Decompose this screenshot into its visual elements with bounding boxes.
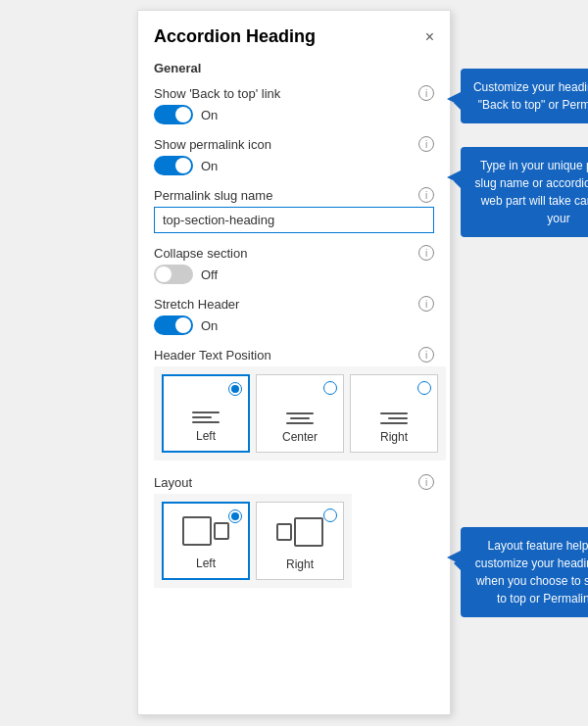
back-to-top-field-row: Show 'Back to top' link i — [154, 85, 434, 101]
layout-option-right[interactable]: Right — [256, 502, 344, 580]
layout-label: Layout — [154, 475, 418, 490]
stretch-header-toggle[interactable] — [154, 315, 193, 335]
layout-option-left[interactable]: Left — [162, 502, 250, 580]
header-text-position-field-row: Header Text Position i — [154, 347, 434, 363]
stretch-header-info-icon[interactable]: i — [418, 296, 434, 312]
layout-grid: Left Right — [154, 494, 352, 588]
collapse-section-toggle[interactable] — [154, 265, 193, 284]
stretch-header-label: Stretch Header — [154, 297, 418, 312]
permalink-icon-toggle[interactable] — [154, 156, 193, 175]
panel-header: Accordion Heading × — [154, 26, 434, 47]
permalink-slug-info-icon[interactable]: i — [418, 187, 434, 203]
header-text-position-label: Header Text Position — [154, 348, 418, 363]
position-option-right[interactable]: Right — [350, 374, 438, 453]
back-to-top-toggle-label: On — [201, 108, 218, 122]
position-label-left: Left — [196, 429, 216, 443]
position-label-center: Center — [282, 430, 318, 444]
lines-left-icon — [192, 411, 220, 423]
position-option-center[interactable]: Center — [256, 374, 344, 453]
tooltip-layout: Layout feature helps you to customize yo… — [461, 527, 588, 617]
stretch-header-toggle-label: On — [201, 318, 218, 333]
back-to-top-toggle-row: On — [154, 105, 434, 124]
permalink-icon-toggle-row: On — [154, 156, 434, 175]
collapse-section-info-icon[interactable]: i — [418, 245, 434, 261]
position-option-left[interactable]: Left — [162, 374, 250, 453]
svg-rect-0 — [183, 517, 211, 545]
accordion-heading-panel: Accordion Heading × General Show 'Back t… — [137, 10, 451, 715]
permalink-slug-field-row: Permalink slug name i — [154, 187, 434, 203]
tooltip-permalink-slug: Type in your unique permalink slug name … — [461, 147, 588, 237]
back-to-top-toggle[interactable] — [154, 105, 193, 124]
layout-info-icon[interactable]: i — [418, 474, 434, 490]
general-section-label: General — [154, 61, 434, 75]
layout-left-icon — [181, 515, 230, 551]
collapse-section-field-row: Collapse section i — [154, 245, 434, 261]
layout-label-left: Left — [196, 557, 216, 570]
permalink-icon-info-icon[interactable]: i — [418, 136, 434, 152]
lines-center-icon — [286, 412, 314, 424]
panel-title: Accordion Heading — [154, 26, 316, 47]
svg-marker-5 — [447, 170, 461, 184]
position-radio-right — [417, 381, 431, 395]
svg-marker-6 — [447, 551, 461, 564]
collapse-section-label: Collapse section — [154, 246, 418, 261]
layout-radio-right — [323, 508, 337, 522]
svg-rect-1 — [215, 523, 228, 539]
permalink-icon-label: Show permalink icon — [154, 137, 418, 152]
position-grid: Left Center Right — [154, 366, 446, 460]
header-text-position-info-icon[interactable]: i — [418, 347, 434, 363]
position-radio-left — [228, 382, 242, 396]
svg-rect-2 — [277, 524, 291, 540]
layout-label-right: Right — [286, 557, 314, 571]
position-radio-center — [323, 381, 337, 395]
permalink-icon-field-row: Show permalink icon i — [154, 136, 434, 152]
permalink-slug-label: Permalink slug name — [154, 188, 418, 203]
position-label-right: Right — [380, 430, 408, 444]
lines-right-icon — [380, 412, 408, 424]
svg-marker-4 — [447, 92, 461, 106]
stretch-header-field-row: Stretch Header i — [154, 296, 434, 312]
svg-rect-3 — [295, 518, 322, 546]
collapse-section-toggle-row: Off — [154, 265, 434, 284]
back-to-top-label: Show 'Back to top' link — [154, 86, 418, 101]
tooltip-back-to-top: Customize your heading to show "Back to … — [461, 69, 588, 123]
layout-right-icon — [275, 516, 324, 552]
close-button[interactable]: × — [425, 29, 434, 45]
layout-radio-left — [228, 509, 242, 523]
layout-field-row: Layout i — [154, 474, 434, 490]
permalink-slug-input[interactable] — [154, 207, 434, 233]
permalink-icon-toggle-label: On — [201, 159, 218, 173]
stretch-header-toggle-row: On — [154, 315, 434, 335]
back-to-top-info-icon[interactable]: i — [418, 85, 434, 101]
collapse-section-toggle-label: Off — [201, 267, 218, 282]
